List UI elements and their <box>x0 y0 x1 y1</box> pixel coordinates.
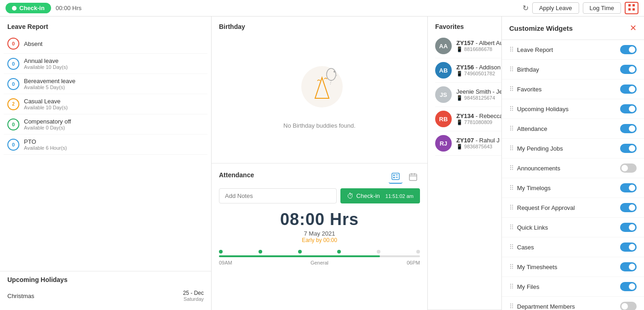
widget-toggle-switch[interactable] <box>620 203 637 212</box>
leave-badge: 0 <box>7 38 19 50</box>
customize-widgets-close-button[interactable]: ✕ <box>630 23 637 33</box>
widget-toggle-item: ⠿ My Timelogs <box>502 178 644 198</box>
tl-dot-5 <box>377 250 380 254</box>
toggle-slider <box>620 302 637 310</box>
log-time-button[interactable]: Log Time <box>583 2 621 14</box>
timeline-mid-label: General <box>310 260 328 265</box>
toggle-slider <box>620 104 637 113</box>
drag-handle-icon[interactable]: ⠿ <box>509 243 513 251</box>
topbar-right: ↻ Apply Leave Log Time <box>523 2 638 14</box>
toggle-slider <box>620 223 637 232</box>
widget-toggle-item: ⠿ My Files <box>502 277 644 297</box>
drag-handle-icon[interactable]: ⠿ <box>509 125 513 132</box>
widget-toggle-switch[interactable] <box>620 163 637 173</box>
widget-toggle-left: ⠿ Attendance <box>509 125 547 132</box>
checkin-button[interactable]: Check-in <box>6 3 51 13</box>
leave-item: 0 Bereavement leave Available 5 Day(s) <box>4 74 207 94</box>
drag-handle-icon[interactable]: ⠿ <box>509 85 513 93</box>
drag-handle-icon[interactable]: ⠿ <box>509 46 513 53</box>
leave-item: 0 PTO Available 6 Hour(s) <box>4 135 207 155</box>
svg-rect-11 <box>392 173 399 180</box>
attendance-time-display: 08:00 Hrs 7 May 2021 Early by 00:00 <box>219 210 420 243</box>
widget-toggle-switch[interactable] <box>620 302 637 310</box>
phone-icon: 📱 74960501782 <box>456 71 495 77</box>
attendance-header-row: Attendance <box>219 170 420 184</box>
notes-input[interactable] <box>219 188 337 203</box>
drag-handle-icon[interactable]: ⠿ <box>509 204 513 211</box>
customize-widgets-header: Customize Widgets ✕ <box>502 17 644 40</box>
widget-toggle-switch[interactable] <box>620 144 637 153</box>
widget-label: My Timelogs <box>517 185 551 192</box>
widget-toggle-list: ⠿ Leave Report ⠿ Birthday ⠿ Favorites ⠿ … <box>502 40 644 310</box>
widget-toggle-switch[interactable] <box>620 223 637 232</box>
widget-toggle-switch[interactable] <box>620 104 637 113</box>
widget-toggle-left: ⠿ Upcoming Holidays <box>509 105 569 113</box>
widget-label: Upcoming Holidays <box>517 106 569 113</box>
leave-available: Available 10 Day(s) <box>24 105 68 110</box>
widget-label: Favorites <box>517 86 541 93</box>
drag-handle-icon[interactable]: ⠿ <box>509 224 513 231</box>
middle-column: Birthday No Birthday buddi <box>212 17 428 310</box>
drag-handle-icon[interactable]: ⠿ <box>509 263 513 271</box>
leave-name: Casual Leave <box>24 98 68 105</box>
leave-info: Compensatory off Available 0 Day(s) <box>24 118 71 130</box>
checkin-label: Check-in <box>19 5 45 11</box>
toggle-slider <box>620 124 637 133</box>
apply-leave-button[interactable]: Apply Leave <box>532 2 579 14</box>
leave-badge: 0 <box>7 118 19 130</box>
drag-handle-icon[interactable]: ⠿ <box>509 164 513 172</box>
widget-toggle-left: ⠿ Cases <box>509 243 534 251</box>
attendance-view-icons <box>389 170 420 184</box>
favorite-avatar: JS <box>435 86 452 103</box>
svg-rect-1 <box>632 4 635 6</box>
widget-toggle-switch[interactable] <box>620 282 637 291</box>
widget-toggle-item: ⠿ Birthday <box>502 60 644 79</box>
checkin-time-display: 00:00 Hrs <box>56 5 81 11</box>
birthday-empty-state: No Birthday buddies found. <box>219 34 420 157</box>
tl-dot-4 <box>337 250 341 254</box>
holiday-list: Christmas 25 - Dec Saturday <box>7 288 204 304</box>
drag-handle-icon[interactable]: ⠿ <box>509 66 513 73</box>
favorite-avatar: AA <box>435 38 452 54</box>
drag-handle-icon[interactable]: ⠿ <box>509 283 513 290</box>
toggle-slider <box>620 242 637 252</box>
drag-handle-icon[interactable]: ⠿ <box>509 184 513 192</box>
widget-toggle-left: ⠿ Request For Approval <box>509 204 575 211</box>
drag-handle-icon[interactable]: ⠿ <box>509 303 513 310</box>
widget-toggle-switch[interactable] <box>620 124 637 133</box>
widget-toggle-item: ⠿ Request For Approval <box>502 198 644 218</box>
widget-toggle-switch[interactable] <box>620 242 637 252</box>
svg-rect-0 <box>628 4 631 6</box>
svg-rect-13 <box>396 175 398 175</box>
customize-widgets-icon-button[interactable] <box>625 2 638 14</box>
leave-name: Compensatory off <box>24 118 71 125</box>
customize-widgets-panel: Customize Widgets ✕ ⠿ Leave Report ⠿ Bir… <box>501 17 644 310</box>
phone-icon: 📱 7781080809 <box>456 119 492 125</box>
timeline-start-label: 09AM <box>219 260 232 265</box>
topbar-left: Check-in 00:00 Hrs <box>6 3 81 13</box>
widget-toggle-switch[interactable] <box>620 262 637 271</box>
widget-toggle-left: ⠿ Quick Links <box>509 224 548 231</box>
svg-rect-12 <box>393 175 395 176</box>
widget-toggle-switch[interactable] <box>620 85 637 94</box>
clock-icon: ⏱ <box>347 192 354 200</box>
refresh-icon[interactable]: ↻ <box>523 4 529 12</box>
attendance-title: Attendance <box>219 171 254 179</box>
attendance-calendar-view-button[interactable] <box>406 170 420 184</box>
birthday-section: Birthday No Birthday buddi <box>212 17 427 163</box>
leave-report-title: Leave Report <box>0 17 211 34</box>
widget-label: Department Members <box>517 303 575 310</box>
widget-toggle-switch[interactable] <box>620 45 637 54</box>
topbar: Check-in 00:00 Hrs ↻ Apply Leave Log Tim… <box>0 0 644 17</box>
holiday-date-info: 25 - Dec Saturday <box>183 290 204 302</box>
upcoming-holidays-title: Upcoming Holidays <box>7 276 204 283</box>
widget-label: Leave Report <box>517 46 553 53</box>
attendance-list-view-button[interactable] <box>389 170 402 184</box>
checkin-action-button[interactable]: ⏱ Check-in 11:51:02 am <box>340 188 420 203</box>
widget-toggle-switch[interactable] <box>620 65 637 74</box>
widget-toggle-left: ⠿ Favorites <box>509 85 541 93</box>
drag-handle-icon[interactable]: ⠿ <box>509 145 513 152</box>
drag-handle-icon[interactable]: ⠿ <box>509 105 513 113</box>
widget-toggle-switch[interactable] <box>620 183 637 192</box>
toggle-slider <box>620 203 637 212</box>
